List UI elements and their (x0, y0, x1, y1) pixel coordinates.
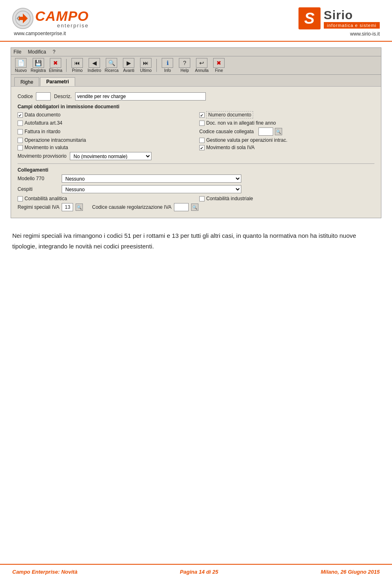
check-grid-4: Operazione intracomunitaria Gestione val… (18, 137, 374, 143)
toolbar-fine[interactable]: ✖ Fine (212, 58, 226, 73)
nuovo-label: Nuovo (15, 68, 27, 73)
info-label: Info (164, 68, 171, 73)
menu-bar: File Modifica ? (11, 48, 381, 56)
codice-input[interactable] (36, 92, 51, 101)
campo-text-block: CAMPO enterprise (35, 9, 89, 28)
codice-causale-input[interactable] (258, 127, 273, 136)
toolbar-sep-2 (156, 59, 157, 72)
gestione-valuta-label: Gestione valuta per operazioni intrac. (206, 137, 287, 143)
nuovo-icon: 📄 (15, 58, 27, 68)
contabilita-analitica-label: Contabilità analitica (24, 196, 67, 201)
regimi-speciali-label: Regimi speciali IVA (18, 204, 59, 210)
elimina-icon: ✖ (50, 58, 61, 68)
toolbar-ricerca[interactable]: 🔍 Ricerca (104, 58, 119, 73)
logo-right: S Sirio informatica e sistemi www.sirio-… (298, 7, 380, 37)
toolbar-indietro[interactable]: ◀ Indietro (87, 58, 102, 73)
codice-row: Codice Descriz. (18, 92, 374, 101)
avanti-icon: ▶ (123, 58, 134, 68)
data-documento-checkbox[interactable] (18, 112, 23, 118)
fattura-ritardo-checkbox[interactable] (18, 129, 23, 134)
codice-label: Codice (18, 94, 33, 99)
contabilita-analitica-checkbox[interactable] (18, 196, 23, 201)
movimento-sola-iva-label: Movimento di sola IVA (206, 145, 255, 150)
codice-causale-item: Codice causale collegata 🔍 (199, 127, 374, 136)
toolbar-elimina[interactable]: ✖ Elimina (48, 58, 63, 73)
campo-logo-icon (12, 8, 33, 29)
primo-icon: ⏮ (71, 58, 83, 68)
menu-modifica[interactable]: Modifica (28, 49, 46, 55)
footer-left: Campo Enterprise: Novità (12, 569, 78, 575)
toolbar-registra[interactable]: 💾 Registra (31, 58, 46, 73)
numero-documento-label: Numero documento (206, 111, 253, 118)
gestione-valuta-checkbox[interactable] (199, 138, 205, 143)
tab-righe[interactable]: Righe (14, 77, 39, 86)
menu-file[interactable]: File (13, 49, 21, 55)
enterprise-label: enterprise (35, 23, 89, 28)
check-grid-5: Movimento in valuta Movimento di sola IV… (18, 145, 374, 150)
operazione-intra-item: Operazione intracomunitaria (18, 137, 193, 143)
sirio-s-icon: S (298, 7, 321, 29)
toolbar: 📄 Nuovo 💾 Registra ✖ Elimina ⏮ Primo ◀ I… (11, 56, 381, 75)
body-paragraph: Nei regimi speciali iva rimangono i codi… (12, 230, 380, 251)
elimina-label: Elimina (49, 68, 62, 73)
modello770-row: Modello 770 Nessuno (18, 174, 374, 183)
contabilita-industriale-checkbox[interactable] (199, 196, 205, 201)
toolbar-annulla[interactable]: ↩ Annulla (194, 58, 209, 73)
check-grid-3: Fattura in ritardo Codice causale colleg… (18, 127, 374, 136)
codice-causale-lookup-btn[interactable]: 🔍 (275, 128, 282, 135)
toolbar-help-btn[interactable]: ? Help (177, 58, 192, 73)
toolbar-nuovo[interactable]: 📄 Nuovo (13, 58, 28, 73)
fattura-ritardo-label: Fattura in ritardo (24, 129, 60, 134)
toolbar-primo[interactable]: ⏮ Primo (70, 58, 85, 73)
body-text: Nei regimi speciali iva rimangono i codi… (12, 230, 380, 251)
descriz-label: Descriz. (54, 94, 71, 99)
descriz-input[interactable] (75, 92, 206, 101)
ultimo-icon: ⏭ (140, 58, 151, 68)
footer: Campo Enterprise: Novità Pagina 14 di 25… (0, 564, 392, 579)
form-area: Codice Descriz. Campi obbligatori in imm… (11, 86, 381, 218)
numero-documento-checkbox[interactable] (199, 112, 205, 118)
contabilita-grid: Contabilità analitica Contabilità indust… (18, 196, 374, 201)
footer-right: Milano, 26 Giugno 2015 (321, 569, 380, 575)
footer-center: Pagina 14 di 25 (180, 569, 218, 575)
cespiti-select[interactable]: Nessuno (62, 185, 241, 193)
doc-allegati-checkbox[interactable] (199, 121, 205, 126)
sirio-brand: Sirio (324, 8, 380, 22)
toolbar-avanti[interactable]: ▶ Avanti (121, 58, 136, 73)
data-documento-item: Data documento (18, 111, 193, 118)
check-grid-2: Autofattura art.34 Doc. non va in allega… (18, 120, 374, 126)
website-right: www.sirio-is.it (350, 31, 380, 37)
app-window: File Modifica ? 📄 Nuovo 💾 Registra ✖ Eli… (11, 47, 381, 218)
fine-label: Fine (215, 68, 223, 73)
toolbar-ultimo[interactable]: ⏭ Ultimo (138, 58, 153, 73)
movimento-valuta-item: Movimento in valuta (18, 145, 193, 150)
logo-left: CAMPO enterprise www.campoenterprise.it (12, 8, 89, 36)
regimi-speciali-lookup-btn[interactable]: 🔍 (76, 203, 83, 211)
header: CAMPO enterprise www.campoenterprise.it … (0, 0, 392, 37)
codice-causale-reg-lookup-btn[interactable]: 🔍 (191, 203, 198, 211)
cespiti-row: Cespiti Nessuno (18, 185, 374, 193)
annulla-icon: ↩ (196, 58, 207, 68)
toolbar-info[interactable]: ℹ Info (160, 58, 175, 73)
codice-causale-label: Codice causale collegata (199, 129, 254, 134)
modello770-select[interactable]: Nessuno (62, 174, 241, 183)
header-divider (0, 41, 392, 42)
movimento-provv-select[interactable]: No (movimento normale) Sì (70, 152, 151, 160)
codice-causale-reg-input[interactable] (174, 203, 189, 211)
collegamenti-section: Collegamenti Modello 770 Nessuno Cespiti… (18, 167, 374, 211)
movimento-sola-iva-checkbox[interactable] (199, 145, 205, 150)
ricerca-label: Ricerca (105, 68, 118, 73)
section-sep (18, 163, 374, 164)
doc-allegati-item: Doc. non va in allegati fine anno (199, 120, 374, 126)
autofattura-checkbox[interactable] (18, 121, 23, 126)
tab-parametri[interactable]: Parametri (40, 77, 75, 86)
autofattura-label: Autofattura art.34 (24, 120, 62, 126)
sirio-name-block: Sirio informatica e sistemi (324, 8, 380, 29)
help-label: Help (180, 68, 189, 73)
check-grid-1: Data documento Numero documento (18, 111, 374, 118)
movimento-valuta-checkbox[interactable] (18, 145, 23, 150)
operazione-intra-label: Operazione intracomunitaria (24, 137, 86, 143)
operazione-intra-checkbox[interactable] (18, 138, 23, 143)
data-documento-label: Data documento (24, 112, 60, 118)
menu-help[interactable]: ? (53, 49, 56, 55)
